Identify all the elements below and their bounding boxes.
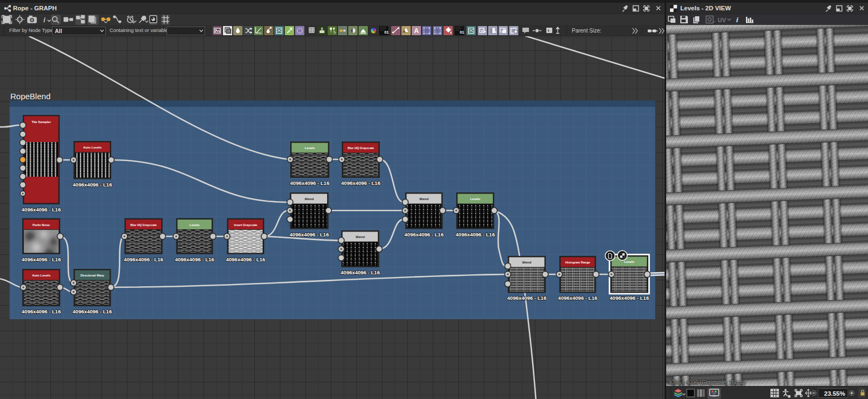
svg-text:Levels: Levels (305, 146, 315, 150)
svg-text:4096x4096 - L16: 4096x4096 - L16 (73, 182, 112, 188)
svg-text:4096x4096 - L16: 4096x4096 - L16 (507, 295, 546, 301)
svg-text:4096x4096 - L16: 4096x4096 - L16 (226, 256, 265, 262)
svg-text:4096x4096 - L16: 4096x4096 - L16 (558, 295, 597, 301)
svg-text:Blend: Blend (356, 235, 365, 239)
svg-text:4096x4096 - L16: 4096x4096 - L16 (22, 207, 61, 213)
svg-text:Perlin Noise: Perlin Noise (33, 223, 50, 227)
svg-text:4096x4096 - L16: 4096x4096 - L16 (341, 269, 380, 275)
svg-text:i: i (43, 16, 46, 24)
svg-text:Blur HQ Grayscale: Blur HQ Grayscale (348, 146, 374, 150)
svg-text:1:1: 1:1 (17, 18, 22, 22)
svg-text:Tile Sampler: Tile Sampler (31, 120, 51, 124)
svg-text:Directional Warp: Directional Warp (80, 274, 104, 277)
svg-text:Blend: Blend (419, 197, 429, 201)
svg-text:4096x4096 - L16: 4096x4096 - L16 (290, 180, 329, 186)
svg-text:Invert Grayscale: Invert Grayscale (234, 223, 257, 227)
svg-text:Auto Levels: Auto Levels (83, 146, 102, 149)
svg-text:Blend: Blend (522, 261, 532, 264)
svg-text:4096x4096 - L16: 4096x4096 - L16 (290, 231, 329, 237)
svg-text:4096x4096 - L16: 4096x4096 - L16 (404, 231, 443, 237)
svg-text:Histogram Range: Histogram Range (565, 261, 590, 264)
svg-text:4096x4096 - L16: 4096x4096 - L16 (73, 308, 112, 314)
svg-text:Blur HQ Grayscale: Blur HQ Grayscale (130, 223, 157, 227)
svg-text:01: 01 (385, 30, 389, 34)
svg-text:01: 01 (460, 30, 464, 34)
svg-text:Levels: Levels (470, 197, 481, 201)
svg-text:i: i (736, 16, 738, 24)
svg-text:Auto Levels: Auto Levels (32, 274, 51, 277)
svg-text:Levels: Levels (189, 223, 200, 227)
svg-text:23.55%: 23.55% (824, 390, 845, 397)
svg-text:RopeBlend: RopeBlend (10, 92, 50, 101)
svg-text:4096x4096 - L16: 4096x4096 - L16 (22, 308, 61, 314)
svg-text:Levels: Levels (624, 260, 635, 263)
svg-text:4096x4096 - L16: 4096x4096 - L16 (175, 256, 214, 262)
svg-text:4096x4096 - L16: 4096x4096 - L16 (610, 295, 649, 301)
svg-text:4096x4096 - L16: 4096x4096 - L16 (341, 180, 380, 186)
svg-text:A: A (414, 27, 419, 35)
svg-text:4096x4096 - L16: 4096x4096 - L16 (22, 256, 61, 262)
svg-text:4096x4096 - L16: 4096x4096 - L16 (456, 231, 495, 237)
svg-text:Blend: Blend (305, 197, 314, 201)
svg-text:UV: UV (718, 17, 726, 23)
svg-text:4096x4096 - L16: 4096x4096 - L16 (124, 256, 163, 262)
